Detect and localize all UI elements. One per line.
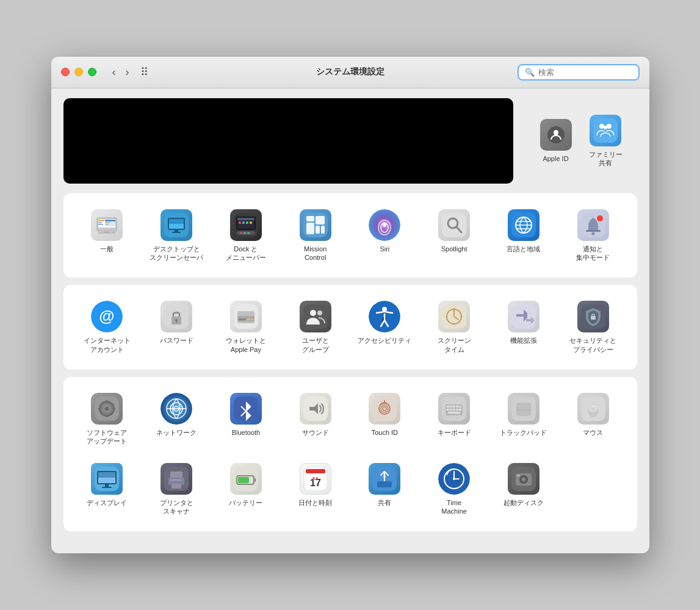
startup-label: 起動ディスク: [503, 498, 544, 507]
users-icon: [300, 301, 331, 332]
mouse-item[interactable]: マウス: [561, 389, 625, 450]
search-icon: 🔍: [525, 68, 535, 77]
password-item[interactable]: パスワード: [145, 297, 208, 357]
wallet-item[interactable]: ウォレットとApple Pay: [214, 297, 278, 357]
svg-rect-117: [453, 409, 455, 411]
mouse-label: マウス: [583, 428, 603, 437]
svg-rect-163: [517, 475, 520, 476]
startup-item[interactable]: 起動ディスク: [492, 459, 555, 520]
screentime-label: スクリーンタイム: [438, 336, 471, 354]
language-label: 言語と地域: [507, 245, 540, 253]
touchid-item[interactable]: Touch ID: [353, 389, 417, 450]
timemachine-item[interactable]: TimeMachine: [422, 459, 486, 520]
display-item[interactable]: ディスプレイ: [76, 459, 139, 520]
desktop-label: デスクトップとスクリーンセーバ: [150, 245, 203, 262]
datetime-item[interactable]: 17 JUL 日付と時刻: [284, 459, 347, 520]
apple-id-item[interactable]: Apple ID: [538, 115, 574, 167]
desktop-icon: [161, 209, 192, 241]
svg-rect-43: [442, 213, 466, 237]
svg-rect-138: [170, 479, 182, 481]
trackpad-icon: [508, 393, 539, 425]
trackpad-item[interactable]: トラックパッド: [492, 389, 555, 450]
battery-item[interactable]: バッテリー: [214, 459, 278, 520]
language-item[interactable]: 言語と地域: [492, 206, 555, 266]
spotlight-icon: [438, 209, 470, 241]
keyboard-item[interactable]: キーボード: [422, 389, 486, 450]
svg-point-1: [599, 124, 604, 129]
svg-rect-12: [106, 224, 109, 225]
family-icon: [590, 115, 621, 146]
dock-item[interactable]: Dock とメニューバー: [214, 206, 278, 266]
network-item[interactable]: ネットワーク: [145, 389, 208, 450]
minimize-button[interactable]: [74, 68, 83, 76]
svg-rect-132: [98, 472, 115, 478]
desktop-item[interactable]: デスクトップとスクリーンセーバ: [145, 206, 208, 266]
internet-label: インターネットアカウント: [84, 336, 131, 354]
datetime-icon: 17 JUL: [300, 463, 331, 495]
general-label: 一般: [100, 245, 114, 253]
forward-button[interactable]: ›: [122, 65, 133, 80]
printer-label: プリンタとスキャナ: [160, 498, 193, 516]
battery-icon: [230, 463, 262, 495]
printer-item[interactable]: プリンタとスキャナ: [145, 459, 208, 520]
svg-point-80: [461, 316, 463, 318]
notification-label: 通知と集中モード: [576, 245, 610, 262]
printer-icon: [161, 463, 192, 495]
svg-rect-24: [237, 218, 254, 220]
back-button[interactable]: ‹: [109, 65, 120, 80]
svg-rect-14: [98, 232, 115, 234]
general-item[interactable]: 一般: [76, 206, 139, 266]
apple-id-icon: [540, 119, 572, 151]
svg-rect-0: [593, 118, 618, 143]
users-item[interactable]: ユーザとグループ: [284, 297, 347, 357]
siri-label: Siri: [380, 245, 389, 253]
family-sharing-item[interactable]: ファミリー共有: [586, 111, 625, 171]
svg-rect-114: [459, 406, 461, 407]
notification-item[interactable]: 通知と集中モード: [561, 206, 625, 266]
mission-item[interactable]: MissionControl: [284, 206, 347, 266]
mission-label: MissionControl: [304, 245, 327, 262]
extensions-label: 機能拡張: [510, 336, 537, 345]
svg-point-54: [597, 215, 603, 221]
spotlight-item[interactable]: Spotlight: [422, 206, 486, 266]
top-section: Apple ID フ: [63, 98, 637, 184]
svg-rect-66: [247, 318, 250, 320]
sharing-item[interactable]: 共有: [353, 459, 417, 520]
accessibility-item[interactable]: アクセシビリティ: [353, 297, 417, 357]
wallet-icon: [230, 301, 262, 332]
section-1: 一般 デスクトップとスクリーンセーバ: [63, 193, 637, 278]
dock-label: Dock とメニューバー: [226, 245, 266, 262]
maximize-button[interactable]: [88, 68, 96, 76]
password-label: パスワード: [160, 336, 193, 345]
security-item[interactable]: セキュリティとプライバシー: [561, 297, 625, 357]
svg-point-162: [522, 478, 524, 480]
svg-rect-26: [242, 221, 245, 224]
svg-rect-116: [450, 409, 452, 411]
svg-rect-8: [98, 224, 103, 225]
internet-item[interactable]: @ インターネットアカウント: [76, 297, 139, 357]
traffic-lights: [61, 68, 96, 76]
security-label: セキュリティとプライバシー: [569, 336, 616, 354]
software-item[interactable]: ソフトウェアアップデート: [76, 389, 139, 450]
siri-item[interactable]: Siri: [353, 206, 417, 266]
bluetooth-item[interactable]: Bluetooth: [214, 389, 278, 450]
svg-point-70: [317, 310, 322, 315]
security-icon: [577, 301, 609, 332]
svg-rect-139: [171, 484, 181, 489]
svg-rect-115: [447, 409, 449, 411]
svg-point-78: [453, 323, 455, 325]
search-input[interactable]: [538, 68, 632, 77]
search-box[interactable]: 🔍: [518, 64, 640, 81]
screentime-item[interactable]: スクリーンタイム: [422, 297, 486, 357]
svg-rect-119: [459, 409, 461, 411]
trackpad-label: トラックパッド: [500, 428, 547, 437]
close-button[interactable]: [61, 68, 70, 76]
window-title: システム環境設定: [316, 66, 384, 77]
extensions-item[interactable]: 機能拡張: [492, 297, 555, 357]
svg-rect-113: [456, 406, 458, 407]
sound-item[interactable]: サウンド: [284, 389, 347, 450]
svg-point-69: [310, 310, 316, 316]
timemachine-label: TimeMachine: [441, 498, 467, 516]
svg-rect-31: [244, 232, 246, 234]
grid-icon[interactable]: ⠿: [140, 65, 148, 79]
